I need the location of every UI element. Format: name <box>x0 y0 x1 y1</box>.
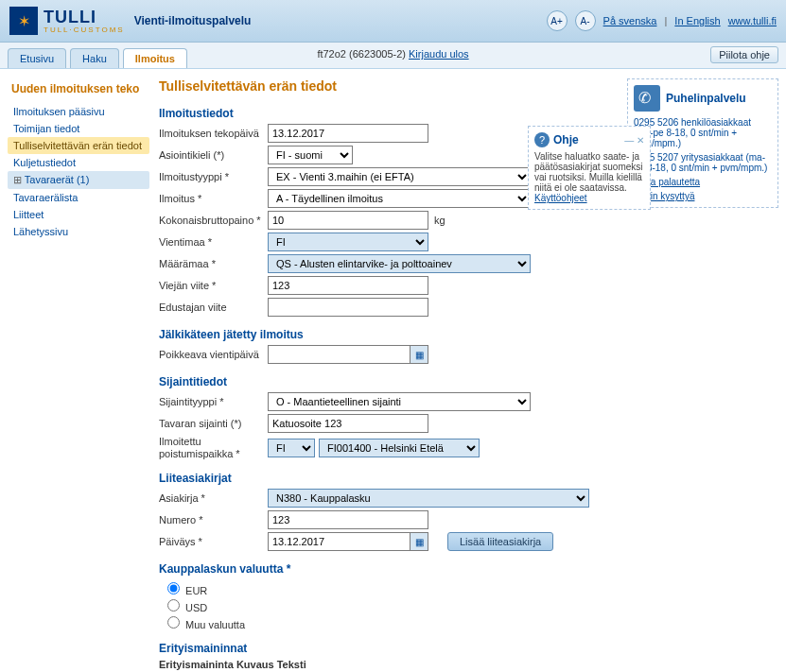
label-deviating-date: Poikkeava vientipäivä <box>159 349 268 360</box>
label-destination-country: Määrämaa * <box>159 258 268 269</box>
logo: ✶ TULLI TULL·CUSTOMS <box>9 7 125 35</box>
site-link[interactable]: www.tulli.fi <box>728 15 777 26</box>
deviating-date-input[interactable] <box>268 345 410 364</box>
declaration-select[interactable]: A - Täydellinen ilmoitus <box>268 189 531 208</box>
currency-usd-radio[interactable] <box>167 599 180 612</box>
calendar-icon[interactable]: ▦ <box>410 345 428 364</box>
service-name: Vienti-ilmoituspalvelu <box>134 14 252 27</box>
declaration-date-input[interactable] <box>268 124 428 143</box>
help-icon: ? <box>534 132 550 147</box>
help-body: Valitse haluatko saate- ja päätösasiakir… <box>534 151 644 193</box>
tab-haku[interactable]: Haku <box>70 48 119 68</box>
label-declaration-date: Ilmoituksen tekopäivä <box>159 128 268 139</box>
sidebar-item-attachments[interactable]: Liitteet <box>8 206 149 223</box>
sidebar-item-transport[interactable]: Kuljetustiedot <box>8 154 149 171</box>
label-doc-number: Numero * <box>159 514 268 526</box>
sidebar-item-goodsitems[interactable]: Tavaraerät (1) <box>8 171 149 189</box>
goods-location-input[interactable] <box>268 414 428 433</box>
label-goods-location: Tavaran sijainti (*) <box>159 418 268 429</box>
agent-ref-input[interactable] <box>268 298 428 317</box>
language-select[interactable]: FI - suomi <box>268 146 353 164</box>
phone-title: Puhelinpalvelu <box>666 92 746 105</box>
lang-sv-link[interactable]: På svenska <box>603 15 657 26</box>
logo-icon: ✶ <box>9 7 38 35</box>
font-minus-button[interactable]: A- <box>575 10 596 31</box>
help-box: ? Ohje — ✕ Valitse haluatko saate- ja pä… <box>528 126 651 210</box>
sidebar-item-operator[interactable]: Toimijan tiedot <box>8 120 149 137</box>
group-ilmoitustiedot: Ilmoitustiedot <box>159 107 618 120</box>
currency-eur-radio[interactable] <box>167 582 180 594</box>
currency-other-option[interactable]: Muu valuutta <box>163 619 245 630</box>
export-country-select[interactable]: FI <box>268 233 428 251</box>
group-special: Erityismaininnat <box>159 642 618 655</box>
tab-ilmoitus[interactable]: Ilmoitus <box>123 48 187 68</box>
calendar-icon[interactable]: ▦ <box>410 532 428 551</box>
sidebar-item-consignment[interactable]: Tulliselvitettävän erän tiedot <box>8 137 149 154</box>
group-documents: Liiteasiakirjat <box>159 472 618 485</box>
logo-sub: TULL·CUSTOMS <box>44 26 125 34</box>
currency-other-radio[interactable] <box>167 616 180 629</box>
label-gross-weight: Kokonaisbruttopaino * <box>159 215 268 226</box>
phone-line-1: 0295 5206 henkilöasiakkaat (ma-pe 8-18, … <box>634 117 772 148</box>
font-plus-button[interactable]: A+ <box>547 10 568 31</box>
gross-weight-input[interactable] <box>268 211 428 230</box>
hide-help-button[interactable]: Piilota ohje <box>710 46 778 63</box>
label-exporter-ref: Viejän viite * <box>159 280 268 291</box>
main-form: Tulliselvitettävän erän tiedot ? Ohje — … <box>159 78 618 672</box>
feedback-link[interactable]: Anna palautetta <box>634 177 772 187</box>
doc-date-input[interactable] <box>268 532 410 551</box>
currency-usd-option[interactable]: USD <box>163 602 207 613</box>
label-export-country: Vientimaa * <box>159 236 268 248</box>
app-header: ✶ TULLI TULL·CUSTOMS Vienti-ilmoituspalv… <box>0 0 786 43</box>
label-exit-office: Ilmoitettu poistumispaikka * <box>159 436 268 460</box>
page-title: Tulliselvitettävän erän tiedot <box>159 78 618 94</box>
weight-unit: kg <box>434 215 445 226</box>
location-type-select[interactable]: O - Maantieteellinen sijainti <box>268 392 531 411</box>
label-language: Asiointikieli (*) <box>159 149 268 161</box>
label-declaration: Ilmoitus * <box>159 193 268 204</box>
help-manual-link[interactable]: Käyttöohjeet <box>534 193 587 203</box>
logo-main: TULLI <box>44 8 96 26</box>
group-currency: Kauppalaskun valuutta * <box>159 562 618 576</box>
lang-en-link[interactable]: In English <box>674 15 720 26</box>
sidebar: Uuden ilmoituksen teko Ilmoituksen pääsi… <box>8 78 149 672</box>
exit-office-select[interactable]: FI001400 - Helsinki Etelä <box>319 439 480 457</box>
session-info: ft72o2 (6623005-2) Kirjaudu ulos <box>317 48 468 60</box>
faq-link[interactable]: Usein kysyttyä <box>634 191 772 201</box>
document-select[interactable]: N380 - Kauppalasku <box>268 489 589 508</box>
session-id: ft72o2 (6623005-2) <box>317 48 406 60</box>
group-location: Sijaintitiedot <box>159 375 618 388</box>
phone-line-2: 0295 5207 yritysasiakkaat (ma-pe 8-18, 0… <box>634 152 772 173</box>
help-minimize-button[interactable]: — ✕ <box>624 135 644 146</box>
sidebar-title: Uuden ilmoituksen teko <box>11 82 149 95</box>
separator: | <box>664 15 667 26</box>
special-subheading: Erityismaininta Kuvaus Teksti <box>159 659 618 670</box>
tab-bar: Etusivu Haku Ilmoitus ft72o2 (6623005-2)… <box>0 43 786 69</box>
doc-number-input[interactable] <box>268 510 428 529</box>
sidebar-item-send[interactable]: Lähetyssivu <box>8 223 149 240</box>
currency-eur-option[interactable]: EUR <box>163 585 207 596</box>
label-agent-ref: Edustajan viite <box>159 302 268 313</box>
exporter-ref-input[interactable] <box>268 276 428 295</box>
label-location-type: Sijaintityyppi * <box>159 396 268 407</box>
logout-link[interactable]: Kirjaudu ulos <box>409 48 469 60</box>
declaration-type-select[interactable]: EX - Vienti 3.maihin (ei EFTA) <box>268 167 531 186</box>
exit-country-select[interactable]: FI <box>268 439 315 457</box>
label-declaration-type: Ilmoitustyyppi * <box>159 171 268 182</box>
label-document: Asiakirja * <box>159 492 268 504</box>
sidebar-item-main[interactable]: Ilmoituksen pääsivu <box>8 103 149 120</box>
destination-country-select[interactable]: QS - Alusten elintarvike- ja polttoainev <box>268 254 531 273</box>
help-title: Ohje <box>553 133 579 146</box>
label-doc-date: Päiväys * <box>159 536 268 547</box>
phone-icon <box>634 85 660 112</box>
tab-etusivu[interactable]: Etusivu <box>8 48 66 68</box>
add-document-button[interactable]: Lisää liiteasiakirja <box>447 532 553 551</box>
sidebar-item-goodslist[interactable]: Tavaraerälista <box>8 189 149 206</box>
group-late: Jälkikäteen jätetty ilmoitus <box>159 328 618 341</box>
